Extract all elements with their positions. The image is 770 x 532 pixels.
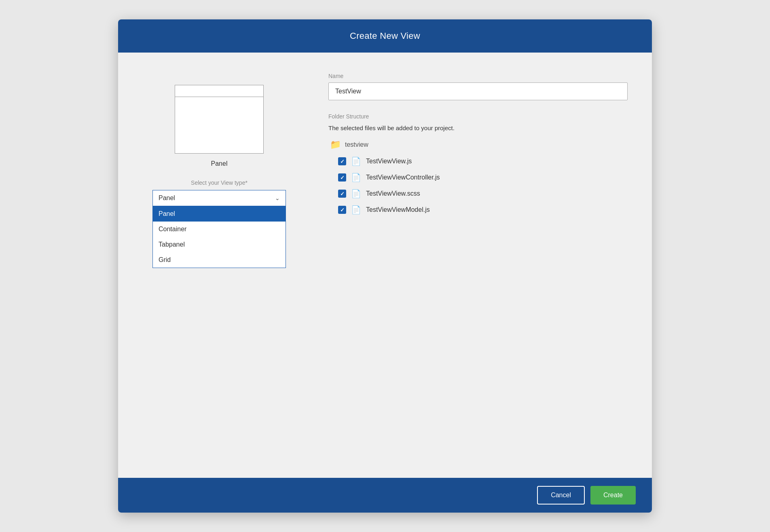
dialog-body: Panel Select your View type* Panel ⌄ Pan…	[118, 53, 652, 478]
file-doc-icon-3: 📄	[351, 189, 361, 198]
view-type-dropdown-container: Panel ⌄ Panel Container Tabpanel Grid	[152, 190, 286, 206]
preview-label: Panel	[211, 160, 228, 167]
file-name-1: TestViewView.js	[366, 158, 412, 165]
view-type-dropdown-trigger[interactable]: Panel ⌄	[152, 190, 286, 206]
dropdown-selected-value: Panel	[159, 194, 175, 202]
dialog-header: Create New View	[118, 19, 652, 53]
create-button[interactable]: Create	[590, 486, 636, 505]
chevron-down-icon: ⌄	[275, 195, 280, 201]
file-checkbox-1[interactable]	[338, 157, 346, 165]
dropdown-option-panel[interactable]: Panel	[153, 206, 286, 222]
view-type-label: Select your View type*	[142, 179, 296, 186]
dialog-footer: Cancel Create	[118, 478, 652, 513]
cancel-button[interactable]: Cancel	[537, 486, 585, 505]
file-row-3: 📄 TestViewView.scss	[328, 189, 628, 198]
file-name-3: TestViewView.scss	[366, 190, 420, 197]
file-checkbox-4[interactable]	[338, 206, 346, 214]
file-doc-icon-1: 📄	[351, 156, 361, 166]
file-row-1: 📄 TestViewView.js	[328, 156, 628, 166]
folder-name-row: 📁 testview	[328, 139, 628, 150]
file-doc-icon-4: 📄	[351, 205, 361, 215]
view-type-dropdown-list: Panel Container Tabpanel Grid	[152, 206, 286, 268]
file-name-2: TestViewViewController.js	[366, 174, 440, 181]
dropdown-option-tabpanel[interactable]: Tabpanel	[153, 237, 286, 252]
folder-name: testview	[345, 141, 368, 148]
file-checkbox-3[interactable]	[338, 190, 346, 198]
folder-description: The selected files will be added to your…	[328, 125, 628, 131]
create-new-view-dialog: Create New View Panel Select your View t…	[118, 19, 652, 513]
right-panel: Name Folder Structure The selected files…	[328, 73, 628, 462]
file-doc-icon-2: 📄	[351, 173, 361, 182]
left-panel: Panel Select your View type* Panel ⌄ Pan…	[142, 73, 296, 462]
view-preview	[175, 85, 264, 154]
name-input[interactable]	[328, 82, 628, 100]
dropdown-option-grid[interactable]: Grid	[153, 252, 286, 268]
folder-icon: 📁	[330, 139, 341, 150]
file-name-4: TestViewViewModel.js	[366, 206, 430, 213]
name-field-label: Name	[328, 73, 628, 79]
file-row-2: 📄 TestViewViewController.js	[328, 173, 628, 182]
file-row-4: 📄 TestViewViewModel.js	[328, 205, 628, 215]
dropdown-option-container[interactable]: Container	[153, 222, 286, 237]
folder-structure-label: Folder Structure	[328, 113, 628, 120]
dialog-title: Create New View	[118, 31, 652, 41]
file-checkbox-2[interactable]	[338, 173, 346, 182]
